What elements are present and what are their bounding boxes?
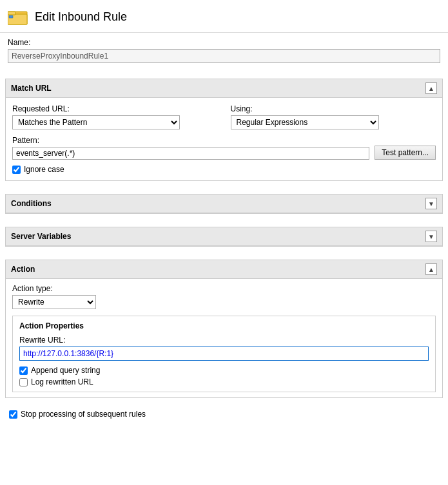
match-url-section: Match URL ▲ Requested URL: Matches the P… <box>5 79 443 181</box>
action-title: Action <box>11 265 35 274</box>
match-url-title: Match URL <box>11 84 52 93</box>
append-query-string-checkbox[interactable] <box>19 366 28 375</box>
page: Edit Inbound Rule Name: Match URL ▲ Requ… <box>0 0 448 485</box>
name-section: Name: <box>0 33 448 70</box>
using-group: Using: Regular Expressions Wildcards Exa… <box>231 104 436 129</box>
stop-processing-checkbox[interactable] <box>9 410 17 419</box>
name-input[interactable] <box>8 49 440 63</box>
folder-icon <box>8 6 28 27</box>
append-query-string-label: Append query string <box>31 366 100 375</box>
pattern-label: Pattern: <box>12 136 369 145</box>
rewrite-url-input[interactable] <box>19 347 429 361</box>
action-section: Action ▲ Action type: Rewrite Redirect C… <box>5 260 443 398</box>
pattern-group: Pattern: <box>12 136 369 160</box>
log-rewritten-checkbox[interactable] <box>19 378 28 386</box>
conditions-header[interactable]: Conditions ▼ <box>6 195 442 213</box>
server-variables-collapse-btn[interactable]: ▼ <box>425 231 437 242</box>
append-query-string-row: Append query string <box>19 366 429 375</box>
action-type-label: Action type: <box>12 284 436 293</box>
svg-rect-2 <box>8 12 15 15</box>
requested-url-group: Requested URL: Matches the Pattern Does … <box>12 104 218 129</box>
server-variables-title: Server Variables <box>11 232 71 241</box>
conditions-title: Conditions <box>11 199 52 208</box>
requested-url-select[interactable]: Matches the Pattern Does Not Match the P… <box>12 115 180 129</box>
action-header[interactable]: Action ▲ <box>6 260 442 279</box>
test-pattern-button[interactable]: Test pattern... <box>375 146 436 160</box>
pattern-row: Pattern: Test pattern... <box>12 136 436 160</box>
action-type-row: Action type: Rewrite Redirect Custom Res… <box>12 284 436 309</box>
server-variables-section: Server Variables ▼ <box>5 227 443 247</box>
match-url-form-row: Requested URL: Matches the Pattern Does … <box>12 104 436 129</box>
conditions-collapse-btn[interactable]: ▼ <box>425 198 437 209</box>
ignore-case-label: Ignore case <box>24 165 64 174</box>
using-label: Using: <box>231 104 436 113</box>
match-url-body: Requested URL: Matches the Pattern Does … <box>6 98 442 180</box>
action-body: Action type: Rewrite Redirect Custom Res… <box>6 279 442 397</box>
rewrite-url-label: Rewrite URL: <box>19 336 65 345</box>
requested-url-label: Requested URL: <box>12 104 218 113</box>
header: Edit Inbound Rule <box>0 0 448 33</box>
log-rewritten-row: Log rewritten URL <box>19 377 429 386</box>
log-rewritten-label: Log rewritten URL <box>31 377 93 386</box>
name-label: Name: <box>8 38 440 47</box>
action-properties-box: Action Properties Rewrite URL: Append qu… <box>12 316 436 392</box>
using-select[interactable]: Regular Expressions Wildcards Exact Matc… <box>231 115 379 129</box>
ignore-case-row: Ignore case <box>12 165 436 174</box>
pattern-input[interactable] <box>12 147 369 160</box>
conditions-section: Conditions ▼ <box>5 194 443 214</box>
match-url-header[interactable]: Match URL ▲ <box>6 79 442 98</box>
action-properties-title: Action Properties <box>19 321 429 330</box>
server-variables-header[interactable]: Server Variables ▼ <box>6 227 442 246</box>
stop-processing-label: Stop processing of subsequent rules <box>21 410 146 419</box>
action-collapse-btn[interactable]: ▲ <box>425 263 437 275</box>
stop-processing-row: Stop processing of subsequent rules <box>0 403 448 425</box>
page-title: Edit Inbound Rule <box>35 10 127 24</box>
ignore-case-checkbox[interactable] <box>12 166 21 174</box>
svg-rect-3 <box>9 15 13 18</box>
match-url-collapse-btn[interactable]: ▲ <box>425 82 437 94</box>
action-type-select[interactable]: Rewrite Redirect Custom Response Abort R… <box>12 295 96 309</box>
